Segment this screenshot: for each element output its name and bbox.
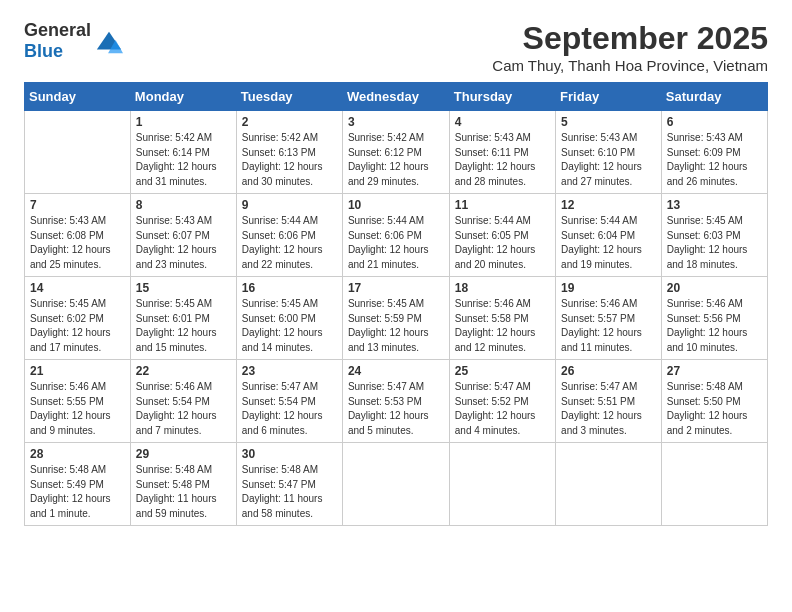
day-info: Sunrise: 5:43 AM Sunset: 6:07 PM Dayligh… — [136, 214, 231, 272]
day-number: 21 — [30, 364, 125, 378]
calendar-week-4: 21Sunrise: 5:46 AM Sunset: 5:55 PM Dayli… — [25, 360, 768, 443]
calendar-cell: 20Sunrise: 5:46 AM Sunset: 5:56 PM Dayli… — [661, 277, 767, 360]
day-info: Sunrise: 5:43 AM Sunset: 6:10 PM Dayligh… — [561, 131, 656, 189]
day-number: 11 — [455, 198, 550, 212]
day-number: 1 — [136, 115, 231, 129]
calendar-cell: 3Sunrise: 5:42 AM Sunset: 6:12 PM Daylig… — [342, 111, 449, 194]
calendar-cell: 25Sunrise: 5:47 AM Sunset: 5:52 PM Dayli… — [449, 360, 555, 443]
day-number: 29 — [136, 447, 231, 461]
calendar-cell: 23Sunrise: 5:47 AM Sunset: 5:54 PM Dayli… — [236, 360, 342, 443]
day-info: Sunrise: 5:46 AM Sunset: 5:57 PM Dayligh… — [561, 297, 656, 355]
day-info: Sunrise: 5:44 AM Sunset: 6:06 PM Dayligh… — [348, 214, 444, 272]
calendar-cell — [449, 443, 555, 526]
day-number: 25 — [455, 364, 550, 378]
day-number: 22 — [136, 364, 231, 378]
day-info: Sunrise: 5:44 AM Sunset: 6:05 PM Dayligh… — [455, 214, 550, 272]
day-info: Sunrise: 5:47 AM Sunset: 5:52 PM Dayligh… — [455, 380, 550, 438]
day-info: Sunrise: 5:46 AM Sunset: 5:56 PM Dayligh… — [667, 297, 762, 355]
calendar-cell — [25, 111, 131, 194]
calendar-cell: 29Sunrise: 5:48 AM Sunset: 5:48 PM Dayli… — [130, 443, 236, 526]
day-info: Sunrise: 5:48 AM Sunset: 5:48 PM Dayligh… — [136, 463, 231, 521]
day-number: 13 — [667, 198, 762, 212]
day-number: 28 — [30, 447, 125, 461]
weekday-header-saturday: Saturday — [661, 83, 767, 111]
day-number: 23 — [242, 364, 337, 378]
day-info: Sunrise: 5:45 AM Sunset: 6:03 PM Dayligh… — [667, 214, 762, 272]
calendar-week-5: 28Sunrise: 5:48 AM Sunset: 5:49 PM Dayli… — [25, 443, 768, 526]
day-info: Sunrise: 5:43 AM Sunset: 6:09 PM Dayligh… — [667, 131, 762, 189]
day-info: Sunrise: 5:42 AM Sunset: 6:13 PM Dayligh… — [242, 131, 337, 189]
day-info: Sunrise: 5:45 AM Sunset: 6:00 PM Dayligh… — [242, 297, 337, 355]
day-number: 30 — [242, 447, 337, 461]
day-number: 24 — [348, 364, 444, 378]
title-block: September 2025 Cam Thuy, Thanh Hoa Provi… — [492, 20, 768, 74]
day-info: Sunrise: 5:46 AM Sunset: 5:55 PM Dayligh… — [30, 380, 125, 438]
day-info: Sunrise: 5:45 AM Sunset: 5:59 PM Dayligh… — [348, 297, 444, 355]
calendar-cell: 4Sunrise: 5:43 AM Sunset: 6:11 PM Daylig… — [449, 111, 555, 194]
day-number: 7 — [30, 198, 125, 212]
calendar-cell — [556, 443, 662, 526]
calendar-cell — [342, 443, 449, 526]
day-info: Sunrise: 5:42 AM Sunset: 6:14 PM Dayligh… — [136, 131, 231, 189]
calendar-week-3: 14Sunrise: 5:45 AM Sunset: 6:02 PM Dayli… — [25, 277, 768, 360]
calendar-cell: 2Sunrise: 5:42 AM Sunset: 6:13 PM Daylig… — [236, 111, 342, 194]
day-number: 4 — [455, 115, 550, 129]
calendar-header-row: SundayMondayTuesdayWednesdayThursdayFrid… — [25, 83, 768, 111]
logo-text: General Blue — [24, 20, 91, 62]
day-info: Sunrise: 5:47 AM Sunset: 5:51 PM Dayligh… — [561, 380, 656, 438]
calendar-cell: 22Sunrise: 5:46 AM Sunset: 5:54 PM Dayli… — [130, 360, 236, 443]
logo-icon — [95, 27, 123, 55]
calendar-cell: 19Sunrise: 5:46 AM Sunset: 5:57 PM Dayli… — [556, 277, 662, 360]
day-number: 9 — [242, 198, 337, 212]
calendar-cell: 13Sunrise: 5:45 AM Sunset: 6:03 PM Dayli… — [661, 194, 767, 277]
day-info: Sunrise: 5:47 AM Sunset: 5:53 PM Dayligh… — [348, 380, 444, 438]
day-number: 2 — [242, 115, 337, 129]
weekday-header-sunday: Sunday — [25, 83, 131, 111]
day-number: 14 — [30, 281, 125, 295]
day-number: 18 — [455, 281, 550, 295]
day-number: 16 — [242, 281, 337, 295]
weekday-header-tuesday: Tuesday — [236, 83, 342, 111]
logo-general: General — [24, 20, 91, 40]
calendar-cell: 28Sunrise: 5:48 AM Sunset: 5:49 PM Dayli… — [25, 443, 131, 526]
day-number: 10 — [348, 198, 444, 212]
calendar-cell: 11Sunrise: 5:44 AM Sunset: 6:05 PM Dayli… — [449, 194, 555, 277]
calendar-table: SundayMondayTuesdayWednesdayThursdayFrid… — [24, 82, 768, 526]
calendar-cell: 5Sunrise: 5:43 AM Sunset: 6:10 PM Daylig… — [556, 111, 662, 194]
month-title: September 2025 — [492, 20, 768, 57]
day-number: 3 — [348, 115, 444, 129]
calendar-cell: 26Sunrise: 5:47 AM Sunset: 5:51 PM Dayli… — [556, 360, 662, 443]
day-info: Sunrise: 5:43 AM Sunset: 6:08 PM Dayligh… — [30, 214, 125, 272]
logo: General Blue — [24, 20, 123, 62]
day-info: Sunrise: 5:46 AM Sunset: 5:54 PM Dayligh… — [136, 380, 231, 438]
calendar-cell: 6Sunrise: 5:43 AM Sunset: 6:09 PM Daylig… — [661, 111, 767, 194]
logo-blue: Blue — [24, 41, 63, 61]
weekday-header-wednesday: Wednesday — [342, 83, 449, 111]
day-info: Sunrise: 5:48 AM Sunset: 5:47 PM Dayligh… — [242, 463, 337, 521]
calendar-cell: 15Sunrise: 5:45 AM Sunset: 6:01 PM Dayli… — [130, 277, 236, 360]
day-number: 27 — [667, 364, 762, 378]
calendar-cell: 16Sunrise: 5:45 AM Sunset: 6:00 PM Dayli… — [236, 277, 342, 360]
weekday-header-thursday: Thursday — [449, 83, 555, 111]
calendar-cell: 21Sunrise: 5:46 AM Sunset: 5:55 PM Dayli… — [25, 360, 131, 443]
calendar-cell: 17Sunrise: 5:45 AM Sunset: 5:59 PM Dayli… — [342, 277, 449, 360]
day-number: 15 — [136, 281, 231, 295]
day-number: 20 — [667, 281, 762, 295]
weekday-header-monday: Monday — [130, 83, 236, 111]
calendar-cell: 30Sunrise: 5:48 AM Sunset: 5:47 PM Dayli… — [236, 443, 342, 526]
calendar-cell: 27Sunrise: 5:48 AM Sunset: 5:50 PM Dayli… — [661, 360, 767, 443]
calendar-cell: 10Sunrise: 5:44 AM Sunset: 6:06 PM Dayli… — [342, 194, 449, 277]
calendar-cell — [661, 443, 767, 526]
weekday-header-friday: Friday — [556, 83, 662, 111]
day-info: Sunrise: 5:45 AM Sunset: 6:02 PM Dayligh… — [30, 297, 125, 355]
page-header: General Blue September 2025 Cam Thuy, Th… — [24, 20, 768, 74]
day-number: 6 — [667, 115, 762, 129]
day-info: Sunrise: 5:42 AM Sunset: 6:12 PM Dayligh… — [348, 131, 444, 189]
calendar-week-2: 7Sunrise: 5:43 AM Sunset: 6:08 PM Daylig… — [25, 194, 768, 277]
day-info: Sunrise: 5:45 AM Sunset: 6:01 PM Dayligh… — [136, 297, 231, 355]
calendar-cell: 24Sunrise: 5:47 AM Sunset: 5:53 PM Dayli… — [342, 360, 449, 443]
day-number: 17 — [348, 281, 444, 295]
day-number: 19 — [561, 281, 656, 295]
day-number: 26 — [561, 364, 656, 378]
calendar-week-1: 1Sunrise: 5:42 AM Sunset: 6:14 PM Daylig… — [25, 111, 768, 194]
